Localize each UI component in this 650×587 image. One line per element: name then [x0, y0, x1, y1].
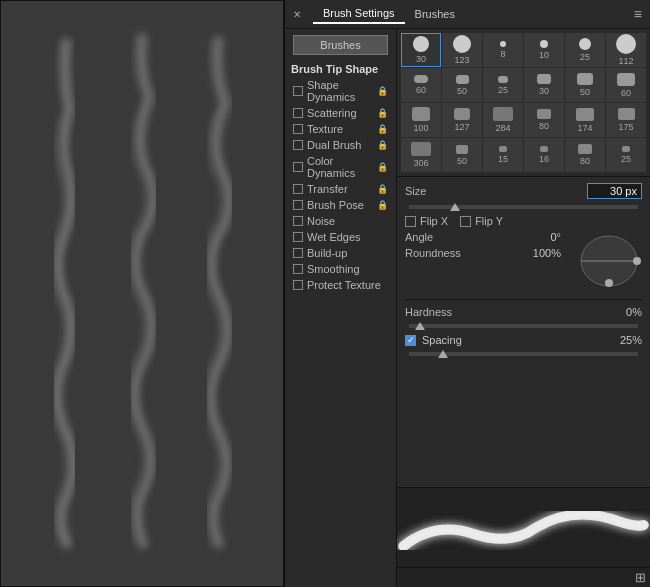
menu-item-label: Smoothing — [307, 263, 360, 275]
menu-item-label: Wet Edges — [307, 231, 361, 243]
menu-item-build-up[interactable]: Build-up — [285, 245, 396, 261]
spacing-checkbox[interactable] — [405, 335, 416, 346]
menu-item-protect-texture[interactable]: Protect Texture — [285, 277, 396, 293]
lock-icon: 🔒 — [377, 86, 388, 96]
add-brush-icon[interactable]: ⊞ — [635, 570, 646, 585]
menu-item-dual-brush[interactable]: Dual Brush 🔒 — [285, 137, 396, 153]
size-slider-thumb[interactable] — [450, 203, 460, 211]
menu-item-label: Noise — [307, 215, 335, 227]
hardness-row: Hardness 0% — [405, 306, 642, 318]
lock-icon: 🔒 — [377, 200, 388, 210]
checkbox-smoothing[interactable] — [293, 264, 303, 274]
flip-x-label[interactable]: Flip X — [405, 215, 448, 227]
brush-preset-23[interactable]: 25 — [606, 138, 646, 172]
tab-brush-settings[interactable]: Brush Settings — [313, 4, 405, 24]
brush-preset-10[interactable]: 50 — [565, 68, 605, 102]
angle-row: Angle 0° — [405, 231, 561, 243]
menu-item-color-dynamics[interactable]: Color Dynamics 🔒 — [285, 153, 396, 181]
brush-preset-16[interactable]: 174 — [565, 103, 605, 137]
checkbox-noise[interactable] — [293, 216, 303, 226]
spacing-slider-thumb[interactable] — [438, 350, 448, 358]
brush-preset-7[interactable]: 50 — [442, 68, 482, 102]
flip-x-checkbox[interactable] — [405, 216, 416, 227]
brush-preset-20[interactable]: 15 — [483, 138, 523, 172]
brush-preset-17[interactable]: 175 — [606, 103, 646, 137]
hardness-slider-thumb[interactable] — [415, 322, 425, 330]
brush-preset-15[interactable]: 80 — [524, 103, 564, 137]
brush-preset-11[interactable]: 60 — [606, 68, 646, 102]
brush-preset-22[interactable]: 80 — [565, 138, 605, 172]
size-slider-track[interactable] — [409, 205, 638, 209]
spacing-slider-track[interactable] — [409, 352, 638, 356]
flip-y-label[interactable]: Flip Y — [460, 215, 503, 227]
spacing-row: Spacing 25% — [405, 334, 642, 346]
brush-preset-4[interactable]: 25 — [565, 33, 605, 67]
menu-item-brush-pose[interactable]: Brush Pose 🔒 — [285, 197, 396, 213]
checkbox-brush-pose[interactable] — [293, 200, 303, 210]
roundness-label: Roundness — [405, 247, 475, 259]
checkbox-dual-brush[interactable] — [293, 140, 303, 150]
brush-preset-8[interactable]: 25 — [483, 68, 523, 102]
checkbox-build-up[interactable] — [293, 248, 303, 258]
checkbox-color-dynamics[interactable] — [293, 162, 303, 172]
checkbox-wet-edges[interactable] — [293, 232, 303, 242]
menu-item-label: Transfer — [307, 183, 348, 195]
menu-item-label: Protect Texture — [307, 279, 381, 291]
menu-item-label: Color Dynamics — [307, 155, 373, 179]
menu-item-noise[interactable]: Noise — [285, 213, 396, 229]
brushes-button[interactable]: Brushes — [293, 35, 388, 55]
brush-preset-6[interactable]: 60 — [401, 68, 441, 102]
menu-item-texture[interactable]: Texture 🔒 — [285, 121, 396, 137]
svg-point-3 — [605, 279, 613, 287]
checkbox-scattering[interactable] — [293, 108, 303, 118]
menu-item-brush-tip-shape[interactable]: Brush Tip Shape — [285, 61, 396, 77]
size-input[interactable] — [587, 183, 642, 199]
brush-preset-13[interactable]: 127 — [442, 103, 482, 137]
flip-y-checkbox[interactable] — [460, 216, 471, 227]
brush-presets-grid: 30 123 8 10 25 — [397, 29, 650, 177]
tab-brushes[interactable]: Brushes — [405, 4, 465, 24]
flip-x-text: Flip X — [420, 215, 448, 227]
size-label: Size — [405, 185, 475, 197]
menu-item-wet-edges[interactable]: Wet Edges — [285, 229, 396, 245]
checkbox-protect-texture[interactable] — [293, 280, 303, 290]
brush-preset-1[interactable]: 123 — [442, 33, 482, 67]
left-sidebar: Brushes Brush Tip Shape Shape Dynamics 🔒… — [285, 29, 397, 587]
brush-preset-5[interactable]: 112 — [606, 33, 646, 67]
brush-preset-9[interactable]: 30 — [524, 68, 564, 102]
brush-preset-3[interactable]: 10 — [524, 33, 564, 67]
lock-icon: 🔒 — [377, 108, 388, 118]
brush-preset-12[interactable]: 100 — [401, 103, 441, 137]
menu-item-transfer[interactable]: Transfer 🔒 — [285, 181, 396, 197]
menu-item-label: Brush Tip Shape — [291, 63, 378, 75]
angle-label: Angle — [405, 231, 475, 243]
menu-item-shape-dynamics[interactable]: Shape Dynamics 🔒 — [285, 77, 396, 105]
angle-roundness-area: Angle 0° Roundness 100% — [405, 231, 642, 293]
menu-item-label: Texture — [307, 123, 343, 135]
brush-preset-2[interactable]: 8 — [483, 33, 523, 67]
brush-preset-19[interactable]: 50 — [442, 138, 482, 172]
flip-row: Flip X Flip Y — [405, 215, 642, 227]
roundness-value: 100% — [533, 247, 561, 259]
menu-item-scattering[interactable]: Scattering 🔒 — [285, 105, 396, 121]
flip-y-text: Flip Y — [475, 215, 503, 227]
hardness-label: Hardness — [405, 306, 475, 318]
controls-area: Size Flip X Flip — [397, 177, 650, 487]
checkbox-texture[interactable] — [293, 124, 303, 134]
checkbox-transfer[interactable] — [293, 184, 303, 194]
brush-preset-21[interactable]: 16 — [524, 138, 564, 172]
lock-icon: 🔒 — [377, 124, 388, 134]
menu-item-smoothing[interactable]: Smoothing — [285, 261, 396, 277]
brush-preset-18[interactable]: 306 — [401, 138, 441, 172]
hardness-value: 0% — [626, 306, 642, 318]
checkbox-shape-dynamics[interactable] — [293, 86, 303, 96]
brush-settings-panel: ✕ Brush Settings Brushes ≡ Brushes Brush… — [284, 0, 650, 587]
brush-preset-0[interactable]: 30 — [401, 33, 441, 67]
brush-preset-14[interactable]: 284 — [483, 103, 523, 137]
panel-menu-icon[interactable]: ≡ — [634, 6, 642, 22]
hardness-slider-track[interactable] — [409, 324, 638, 328]
add-icon-bar: ⊞ — [397, 567, 650, 587]
spacing-value: 25% — [620, 334, 642, 346]
close-icon[interactable]: ✕ — [293, 9, 301, 20]
angle-diagram[interactable] — [577, 231, 642, 293]
